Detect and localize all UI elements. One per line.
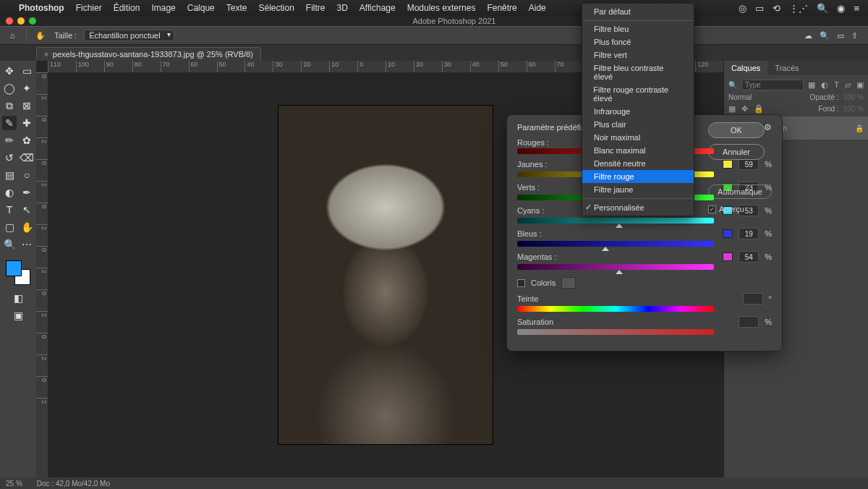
move-tool-icon[interactable]: ✥ [2, 64, 17, 78]
document-tab[interactable]: × pexels-thgusstavo-santana-1933873.jpg … [36, 47, 261, 61]
tint-slider[interactable] [517, 306, 714, 312]
blues-input[interactable] [739, 228, 759, 239]
lasso-tool-icon[interactable]: ◯ [2, 81, 17, 95]
zoom-window-icon[interactable] [29, 17, 36, 25]
menu-edition[interactable]: Édition [114, 3, 140, 13]
saturation-input[interactable] [739, 316, 759, 328]
preset-item-1[interactable]: Plus foncé [582, 35, 694, 48]
spotlight-icon[interactable]: 🔍 [817, 3, 828, 14]
preset-item-3[interactable]: Filtre bleu contraste élevé [582, 61, 694, 83]
preset-item-11[interactable]: Filtre jaune [582, 183, 694, 199]
lock-pos-icon[interactable]: ✥ [741, 104, 748, 114]
menu-image[interactable]: Image [151, 3, 175, 13]
filter-type-icon[interactable]: T [834, 80, 839, 90]
shape-tool-icon[interactable]: ▢ [2, 220, 17, 234]
filter-adj-icon[interactable]: ◐ [821, 80, 828, 90]
blend-mode-dropdown[interactable]: Normal [728, 93, 806, 101]
eyedropper-tool-icon[interactable]: ✎ [2, 116, 17, 130]
layer-filter-dropdown[interactable]: Type [741, 80, 804, 90]
menu-fichier[interactable]: Fichier [76, 3, 102, 13]
tab-traces[interactable]: Tracés [767, 61, 806, 75]
minimize-window-icon[interactable] [17, 17, 25, 25]
healing-tool-icon[interactable]: ✚ [20, 116, 34, 130]
more-tools-icon[interactable]: ⋯ [20, 237, 34, 252]
workspace-icon[interactable]: ▭ [837, 31, 844, 41]
zoom-tool-icon[interactable]: 🔍 [2, 237, 17, 252]
cloud-share-icon[interactable]: ☁ [804, 31, 812, 41]
screen-icon[interactable]: ▭ [755, 3, 764, 14]
preset-item-4[interactable]: Filtre rouge contraste élevé [582, 83, 694, 105]
hand-tool-icon2[interactable]: ✋ [20, 220, 34, 234]
blues-slider[interactable] [517, 241, 714, 247]
sync-icon[interactable]: ⟲ [773, 3, 780, 14]
color-swatches[interactable] [6, 260, 30, 285]
search-icon[interactable]: 🔍 [820, 31, 830, 41]
close-tab-icon[interactable]: × [44, 51, 48, 59]
menu-affichage[interactable]: Affichage [359, 3, 396, 13]
brush-tool-icon[interactable]: ✏ [2, 133, 17, 148]
history-brush-icon[interactable]: ↺ [2, 150, 17, 165]
preset-item-7[interactable]: Noir maximal [582, 131, 694, 144]
tint-swatch[interactable] [561, 277, 576, 289]
lock-pixels-icon[interactable]: ▦ [728, 104, 736, 114]
search-icon2[interactable]: 🔍 [728, 81, 737, 89]
preset-item-2[interactable]: Filtre vert [582, 48, 694, 61]
record-icon[interactable]: ◎ [739, 3, 746, 14]
cancel-button[interactable]: Annuler [708, 144, 765, 160]
foreground-color-swatch[interactable] [6, 260, 22, 276]
menu-calque[interactable]: Calque [187, 3, 215, 13]
clone-tool-icon[interactable]: ✿ [20, 133, 34, 148]
preview-checkbox[interactable]: ✓ [708, 205, 716, 213]
eraser-tool-icon[interactable]: ⌫ [20, 150, 34, 165]
screenmode-icon[interactable]: ▣ [11, 308, 25, 323]
filter-smart-icon[interactable]: ▣ [856, 80, 864, 90]
dodge-tool-icon[interactable]: ◐ [2, 185, 17, 200]
preset-item-6[interactable]: Plus clair [582, 118, 694, 131]
home-icon[interactable]: ⌂ [6, 29, 19, 42]
filter-shape-icon[interactable]: ▱ [845, 80, 851, 90]
tint-input[interactable] [743, 293, 763, 305]
control-center-icon[interactable]: ◉ [837, 3, 845, 14]
gradient-tool-icon[interactable]: ▤ [2, 168, 17, 182]
wifi-icon[interactable]: ⋮⋰ [789, 3, 808, 14]
quickmask-icon[interactable]: ◧ [11, 291, 25, 305]
hand-tool-icon[interactable]: ✋ [34, 29, 47, 42]
document-canvas[interactable] [278, 106, 493, 444]
menu-aide[interactable]: Aide [529, 3, 546, 13]
menu-fenetre[interactable]: Fenêtre [487, 3, 516, 13]
preset-default[interactable]: Par défaut [582, 5, 694, 21]
crop-tool-icon[interactable]: ⧉ [2, 98, 17, 113]
zoom-level[interactable]: 25 % [6, 480, 22, 488]
menu-filtre[interactable]: Filtre [306, 3, 326, 13]
magentas-input[interactable] [739, 251, 759, 263]
preset-item-9[interactable]: Densité neutre [582, 157, 694, 170]
fill-value[interactable]: 100 % [843, 105, 864, 113]
menu-3d[interactable]: 3D [337, 3, 348, 13]
menu-app[interactable]: Photoshop [19, 3, 64, 13]
magic-wand-tool-icon[interactable]: ✦ [20, 81, 34, 95]
sample-mode-dropdown[interactable]: Échantillon ponctuel [84, 30, 174, 41]
saturation-slider[interactable] [517, 329, 714, 335]
preset-item-10[interactable]: Filtre rouge [582, 170, 694, 183]
preset-item-0[interactable]: Filtre bleu [582, 22, 694, 35]
menu-selection[interactable]: Sélection [258, 3, 294, 13]
preset-custom[interactable]: ✓Personnalisée [582, 200, 694, 214]
menu-texte[interactable]: Texte [226, 3, 247, 13]
lock-icon[interactable]: 🔒 [855, 124, 864, 132]
close-window-icon[interactable] [6, 17, 13, 25]
lock-all-icon[interactable]: 🔒 [754, 104, 764, 114]
preset-item-8[interactable]: Blanc maximal [582, 144, 694, 157]
ok-button[interactable]: OK [708, 122, 765, 138]
tab-calques[interactable]: Calques [724, 61, 767, 75]
export-icon[interactable]: ⇪ [851, 31, 858, 41]
path-tool-icon[interactable]: ↖ [20, 203, 34, 217]
coloris-checkbox[interactable] [517, 279, 525, 287]
magentas-slider[interactable] [517, 264, 714, 270]
menu-modules[interactable]: Modules externes [407, 3, 476, 13]
preset-item-5[interactable]: Infrarouge [582, 105, 694, 118]
type-tool-icon[interactable]: T [2, 203, 17, 217]
opacity-value[interactable]: 100 % [843, 93, 864, 101]
pen-tool-icon[interactable]: ✒ [20, 185, 34, 200]
marquee-tool-icon[interactable]: ▭ [20, 64, 34, 78]
frame-tool-icon[interactable]: ⊠ [20, 98, 34, 113]
